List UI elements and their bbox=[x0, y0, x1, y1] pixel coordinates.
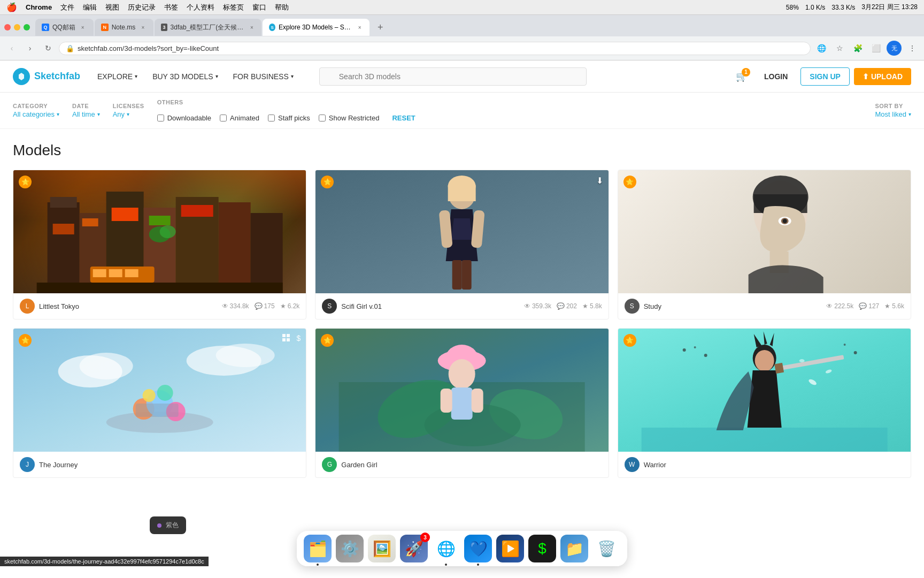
address-bar: ‹ › ↻ 🔒 sketchfab.com/3d-models?sort_by=… bbox=[0, 36, 924, 60]
forward-button[interactable]: › bbox=[22, 41, 37, 56]
sf-header: Sketchfab EXPLORE ▾ BUY 3D MODELS ▾ FOR … bbox=[0, 60, 924, 93]
date-select[interactable]: All time ▾ bbox=[72, 110, 100, 118]
staff-picks-checkbox[interactable] bbox=[268, 115, 275, 121]
tab-notems[interactable]: N Note.ms × bbox=[95, 19, 154, 36]
url-bar[interactable]: 🔒 sketchfab.com/3d-models?sort_by=-likeC… bbox=[59, 42, 811, 55]
filter-others: OTHERS Downloadable Animated Staff picks… bbox=[157, 99, 415, 122]
model-thumb-2: ⭐ bbox=[618, 170, 911, 293]
tab-qq-mail-close[interactable]: × bbox=[79, 23, 87, 32]
model-info-2: S Study 👁 222.5k 💬 127 ★ 5.6 bbox=[618, 293, 911, 319]
edit-menu[interactable]: 编辑 bbox=[83, 3, 97, 12]
model-info-1: S Scifi Girl v.01 👁 359.3k 💬 202 ★ bbox=[315, 293, 608, 319]
svg-rect-47 bbox=[287, 334, 290, 337]
animated-checkbox-label[interactable]: Animated bbox=[220, 114, 259, 122]
svg-rect-57 bbox=[451, 387, 473, 420]
history-menu[interactable]: 历史记录 bbox=[128, 3, 156, 12]
close-window-btn[interactable] bbox=[4, 24, 11, 31]
model-card-0[interactable]: ⭐ L Littlest Tokyo 👁 334.8k 💬 175 bbox=[13, 170, 306, 320]
model-card-5[interactable]: ⭐ W Warrior bbox=[618, 328, 911, 478]
svg-rect-48 bbox=[282, 338, 286, 341]
tab-notems-close[interactable]: × bbox=[138, 23, 147, 32]
sf-header-actions: 🛒 1 LOGIN SIGN UP ⬆ UPLOAD bbox=[732, 67, 911, 86]
model-name-3: The Journey bbox=[39, 461, 299, 469]
filter-checkboxes: Downloadable Animated Staff picks Show R… bbox=[157, 107, 415, 122]
apple-menu-icon[interactable]: 🍎 bbox=[6, 2, 17, 12]
show-restricted-checkbox-label[interactable]: Show Restricted bbox=[319, 114, 380, 122]
nav-explore[interactable]: EXPLORE ▾ bbox=[91, 69, 144, 84]
upload-button[interactable]: ⬆ UPLOAD bbox=[854, 68, 911, 85]
new-tab-button[interactable]: + bbox=[373, 20, 388, 35]
reset-button[interactable]: RESET bbox=[392, 114, 415, 122]
split-view-btn[interactable]: ⬜ bbox=[868, 41, 883, 56]
model-card-4[interactable]: ⭐ G Garden Girl bbox=[315, 328, 609, 478]
model-card-1[interactable]: ⭐ ⬇ S Scifi Girl v.01 👁 359.3k 💬 202 bbox=[315, 170, 609, 320]
sf-nav: EXPLORE ▾ BUY 3D MODELS ▾ FOR BUSINESS ▾ bbox=[91, 69, 300, 84]
svg-rect-8 bbox=[53, 224, 74, 234]
url-text: sketchfab.com/3d-models?sort_by=-likeCou… bbox=[78, 44, 219, 52]
downloadable-checkbox[interactable] bbox=[157, 115, 164, 121]
svg-rect-22 bbox=[448, 185, 476, 201]
svg-point-44 bbox=[143, 389, 156, 402]
tab-qq-mail[interactable]: Q QQ邮箱 × bbox=[35, 19, 94, 36]
svg-rect-49 bbox=[287, 338, 290, 341]
model-thumb-1: ⭐ ⬇ bbox=[315, 170, 608, 293]
battery-status: 58% bbox=[786, 4, 799, 11]
more-btn[interactable]: ⋮ bbox=[905, 41, 920, 56]
profiles-menu[interactable]: 个人资料 bbox=[187, 3, 214, 12]
model-name-1: Scifi Girl v.01 bbox=[341, 302, 520, 310]
animated-checkbox[interactable] bbox=[220, 115, 227, 121]
licenses-select[interactable]: Any ▾ bbox=[113, 110, 144, 118]
cart-button[interactable]: 🛒 1 bbox=[732, 67, 751, 86]
staff-picks-checkbox-label[interactable]: Staff picks bbox=[268, 114, 310, 122]
bookmarks-menu[interactable]: 书签 bbox=[164, 3, 178, 12]
tab-sketchfab[interactable]: S Explore 3D Models – Sketchfab × bbox=[263, 19, 369, 36]
model-card-3[interactable]: ⭐ $ J The Journey bbox=[13, 328, 306, 478]
search-input[interactable] bbox=[319, 67, 587, 86]
profile-btn[interactable]: 无 bbox=[887, 41, 902, 56]
signup-button[interactable]: SIGN UP bbox=[800, 67, 850, 86]
nav-buy[interactable]: BUY 3D MODELS ▾ bbox=[146, 69, 224, 84]
svg-rect-6 bbox=[219, 202, 251, 293]
window-menu[interactable]: 窗口 bbox=[252, 3, 266, 12]
model-name-5: Warrior bbox=[644, 461, 904, 469]
nav-business[interactable]: FOR BUSINESS ▾ bbox=[227, 69, 300, 84]
comment-icon-2: 💬 bbox=[859, 302, 867, 310]
model-card-2[interactable]: ⭐ S Study 👁 222.5k 💬 127 bbox=[618, 170, 911, 320]
tab-sketchfab-close[interactable]: × bbox=[356, 23, 363, 32]
category-select[interactable]: All categories ▾ bbox=[13, 110, 59, 118]
minimize-window-btn[interactable] bbox=[14, 24, 20, 31]
maximize-window-btn[interactable] bbox=[24, 24, 30, 31]
svg-point-66 bbox=[853, 351, 857, 354]
sort-by: SORT BY Most liked ▾ bbox=[875, 103, 911, 118]
file-menu[interactable]: 文件 bbox=[60, 3, 74, 12]
sf-logo[interactable]: Sketchfab bbox=[13, 68, 80, 85]
refresh-button[interactable]: ↻ bbox=[41, 41, 56, 56]
svg-rect-18 bbox=[125, 269, 138, 277]
tab-3dfab-close[interactable]: × bbox=[249, 23, 256, 32]
eye-icon-2: 👁 bbox=[826, 302, 833, 310]
back-button[interactable]: ‹ bbox=[4, 41, 19, 56]
downloadable-checkbox-label[interactable]: Downloadable bbox=[157, 114, 211, 122]
app-name[interactable]: Chrome bbox=[26, 3, 52, 11]
filters-bar: CATEGORY All categories ▾ DATE All time … bbox=[0, 93, 924, 129]
view-menu[interactable]: 视图 bbox=[105, 3, 119, 12]
models-title: Models bbox=[13, 142, 911, 159]
login-button[interactable]: LOGIN bbox=[756, 68, 796, 85]
translate-btn[interactable]: 🌐 bbox=[814, 41, 829, 56]
tab-notems-title: Note.ms bbox=[112, 24, 136, 31]
svg-rect-9 bbox=[82, 218, 98, 226]
bookmark-btn[interactable]: ☆ bbox=[832, 41, 847, 56]
grid-icon-3 bbox=[282, 334, 290, 344]
eye-icon-1: 👁 bbox=[524, 302, 530, 310]
tabs-menu[interactable]: 标签页 bbox=[223, 3, 244, 12]
views-stat-1: 👁 359.3k bbox=[524, 302, 551, 310]
svg-rect-73 bbox=[774, 363, 784, 374]
sort-select[interactable]: Most liked ▾ bbox=[875, 110, 911, 118]
show-restricted-checkbox[interactable] bbox=[319, 115, 326, 121]
svg-point-63 bbox=[694, 346, 696, 348]
extensions-btn[interactable]: 🧩 bbox=[850, 41, 865, 56]
tab-3dfab[interactable]: 3 3dfab_模型工厂(全天候自助下载… × bbox=[155, 19, 261, 36]
model-thumb-5: ⭐ bbox=[618, 329, 911, 452]
help-menu[interactable]: 帮助 bbox=[275, 3, 289, 12]
model-avatar-0: L bbox=[20, 299, 35, 314]
